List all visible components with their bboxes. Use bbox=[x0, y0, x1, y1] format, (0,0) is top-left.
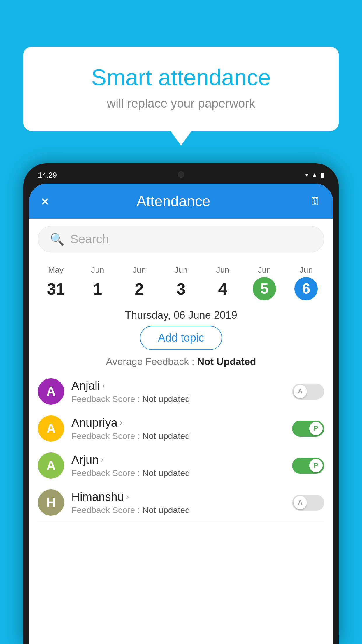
date-col[interactable]: Jun1 bbox=[77, 265, 118, 300]
date-month: Jun bbox=[244, 265, 285, 275]
date-col[interactable]: Jun4 bbox=[202, 265, 244, 300]
student-info: Anjali ›Feedback Score : Not updated bbox=[71, 379, 285, 404]
student-list: AAnjali ›Feedback Score : Not updatedAAA… bbox=[29, 373, 333, 521]
date-strip: May31Jun1Jun2Jun3Jun4Jun5Jun6 bbox=[29, 260, 333, 303]
date-month: Jun bbox=[202, 265, 244, 275]
attendance-toggle[interactable]: P bbox=[292, 458, 324, 474]
feedback-value: Not updated bbox=[142, 505, 190, 515]
toggle-knob: A bbox=[294, 496, 307, 509]
avg-feedback-value: Not Updated bbox=[197, 356, 256, 367]
phone-frame: 14:29 ▾ ▲ ▮ × Attendance 🗓 🔍 Search May3… bbox=[23, 163, 339, 644]
bubble-subtitle: will replace your paperwork bbox=[47, 97, 315, 111]
header-title: Attendance bbox=[49, 193, 298, 210]
feedback-value: Not updated bbox=[142, 431, 190, 441]
attendance-toggle[interactable]: P bbox=[292, 421, 324, 437]
search-placeholder: Search bbox=[70, 232, 109, 246]
feedback-value: Not updated bbox=[142, 468, 190, 478]
date-day[interactable]: 5 bbox=[253, 277, 276, 300]
student-item[interactable]: AArjun ›Feedback Score : Not updatedP bbox=[38, 447, 324, 484]
toggle-wrap[interactable]: A bbox=[292, 384, 324, 400]
toggle-knob: P bbox=[309, 459, 323, 472]
student-info: Arjun ›Feedback Score : Not updated bbox=[71, 453, 285, 478]
student-item[interactable]: HHimanshu ›Feedback Score : Not updatedA bbox=[38, 484, 324, 521]
signal-icon: ▲ bbox=[311, 171, 318, 179]
date-month: Jun bbox=[160, 265, 202, 275]
date-day[interactable]: 4 bbox=[211, 277, 234, 300]
student-feedback: Feedback Score : Not updated bbox=[71, 431, 285, 441]
date-col[interactable]: May31 bbox=[35, 265, 77, 300]
avatar: A bbox=[38, 378, 64, 405]
battery-icon: ▮ bbox=[321, 171, 324, 179]
student-feedback: Feedback Score : Not updated bbox=[71, 394, 285, 404]
chevron-icon: › bbox=[101, 455, 103, 464]
avg-feedback-label: Average Feedback : bbox=[106, 356, 194, 367]
avatar: H bbox=[38, 489, 64, 516]
date-day[interactable]: 2 bbox=[128, 277, 151, 300]
close-button[interactable]: × bbox=[41, 193, 49, 209]
student-feedback: Feedback Score : Not updated bbox=[71, 505, 285, 515]
student-info: Himanshu ›Feedback Score : Not updated bbox=[71, 490, 285, 515]
avg-feedback: Average Feedback : Not Updated bbox=[29, 356, 333, 367]
selected-date: Thursday, 06 June 2019 bbox=[29, 309, 333, 321]
chevron-icon: › bbox=[102, 381, 105, 390]
date-month: Jun bbox=[77, 265, 118, 275]
bubble-title: Smart attendance bbox=[47, 64, 315, 91]
date-day[interactable]: 31 bbox=[44, 277, 68, 300]
chevron-icon: › bbox=[126, 492, 129, 501]
speech-bubble: Smart attendance will replace your paper… bbox=[23, 47, 339, 131]
toggle-wrap[interactable]: P bbox=[292, 421, 324, 437]
status-time: 14:29 bbox=[38, 171, 57, 180]
date-col[interactable]: Jun3 bbox=[160, 265, 202, 300]
student-name: Arjun › bbox=[71, 453, 285, 466]
avatar: A bbox=[38, 452, 64, 479]
feedback-value: Not updated bbox=[142, 394, 190, 404]
toggle-knob: A bbox=[294, 385, 307, 398]
calendar-icon[interactable]: 🗓 bbox=[310, 195, 321, 208]
student-info: Anupriya ›Feedback Score : Not updated bbox=[71, 416, 285, 441]
toggle-wrap[interactable]: P bbox=[292, 458, 324, 474]
phone-screen: × Attendance 🗓 🔍 Search May31Jun1Jun2Jun… bbox=[29, 184, 333, 644]
app-header: × Attendance 🗓 bbox=[29, 184, 333, 219]
date-col[interactable]: Jun6 bbox=[285, 265, 327, 300]
student-item[interactable]: AAnjali ›Feedback Score : Not updatedA bbox=[38, 373, 324, 410]
date-col[interactable]: Jun5 bbox=[244, 265, 285, 300]
student-name: Anjali › bbox=[71, 379, 285, 392]
student-item[interactable]: AAnupriya ›Feedback Score : Not updatedP bbox=[38, 410, 324, 447]
phone-camera bbox=[178, 172, 184, 178]
date-month: May bbox=[35, 265, 77, 275]
date-day[interactable]: 3 bbox=[169, 277, 193, 300]
add-topic-button[interactable]: Add topic bbox=[140, 326, 222, 350]
date-col[interactable]: Jun2 bbox=[118, 265, 160, 300]
attendance-toggle[interactable]: A bbox=[292, 495, 324, 511]
wifi-icon: ▾ bbox=[305, 171, 308, 179]
toggle-wrap[interactable]: A bbox=[292, 495, 324, 511]
search-icon: 🔍 bbox=[50, 232, 64, 246]
date-day[interactable]: 6 bbox=[294, 277, 318, 300]
date-month: Jun bbox=[118, 265, 160, 275]
chevron-icon: › bbox=[120, 418, 122, 427]
student-name: Himanshu › bbox=[71, 490, 285, 503]
student-feedback: Feedback Score : Not updated bbox=[71, 468, 285, 478]
status-icons: ▾ ▲ ▮ bbox=[305, 171, 324, 179]
avatar: A bbox=[38, 415, 64, 442]
student-name: Anupriya › bbox=[71, 416, 285, 429]
search-bar[interactable]: 🔍 Search bbox=[38, 226, 324, 252]
toggle-knob: P bbox=[309, 422, 323, 435]
attendance-toggle[interactable]: A bbox=[292, 384, 324, 400]
date-day[interactable]: 1 bbox=[86, 277, 109, 300]
date-month: Jun bbox=[285, 265, 327, 275]
